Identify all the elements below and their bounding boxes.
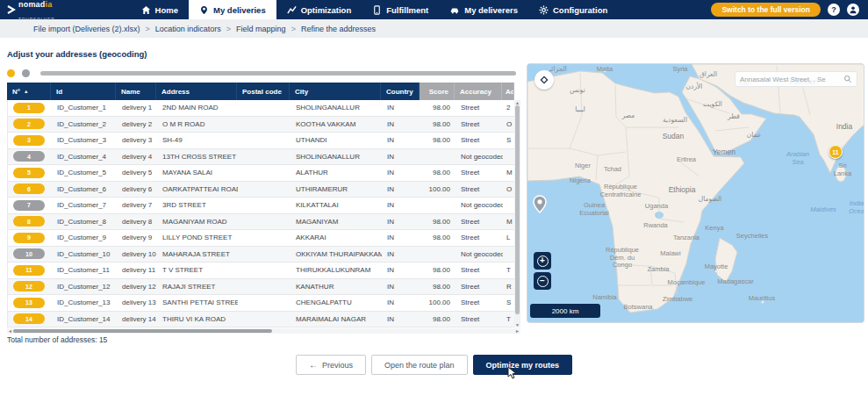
horizontal-scrollbar-thumb[interactable]	[13, 329, 272, 333]
search-icon[interactable]	[843, 75, 852, 83]
scroll-right-icon[interactable]: ►	[515, 328, 520, 334]
cell-country: IN	[382, 100, 420, 116]
gear-icon	[539, 5, 549, 15]
column-header-7[interactable]: Score	[420, 83, 455, 100]
map-canvas[interactable]: الجزائرتونسMaltaSyriaالعراقالأردنIranPak…	[527, 63, 864, 323]
cell-extra: S	[503, 295, 515, 311]
app-window: nomadia TOURSOLVER HomeMy deliveriesOpti…	[0, 0, 868, 403]
arrow-left-icon: ←	[309, 360, 318, 370]
breadcrumb-part[interactable]: File import (Deliveries (2).xlsx)	[33, 25, 140, 33]
cell-id: ID_Customer_5	[52, 165, 117, 181]
row-number-badge: 1	[13, 103, 45, 113]
map-search-box	[735, 71, 857, 87]
table-row[interactable]: 3ID_Customer_3delivery 3SH-49UTHANDIIN98…	[8, 133, 520, 149]
cell-country: IN	[382, 165, 420, 181]
column-header-0[interactable]: N°▲	[7, 83, 51, 100]
column-header-3[interactable]: Address	[156, 83, 237, 100]
not-geocoded-pin-icon[interactable]	[532, 195, 548, 214]
table-row[interactable]: 1ID_Customer_1delivery 12ND MAIN ROADSHO…	[8, 100, 520, 117]
table-row[interactable]: 14ID_Customer_14delivery 14THIRU VI KA R…	[8, 312, 520, 328]
cell-city: KANATHUR	[291, 279, 382, 295]
cell-name: delivery 7	[117, 198, 157, 213]
brand-logo[interactable]: nomadia TOURSOLVER	[0, 0, 62, 19]
optimize-routes-button[interactable]: Optimize my routes	[473, 355, 573, 375]
nav-item-deliverers[interactable]: My deliverers	[439, 0, 528, 19]
table-row[interactable]: 6ID_Customer_6delivery 6OARKATPATTEAI RO…	[8, 182, 520, 198]
cell-country: IN	[382, 247, 420, 263]
table-row[interactable]: 13ID_Customer_13delivery 13SANTHI PETTAI…	[8, 295, 520, 312]
progress-track	[40, 71, 516, 76]
nav-item-configuration[interactable]: Configuration	[528, 0, 618, 19]
cell-name: delivery 14	[117, 312, 157, 327]
progress-dot-geocoded	[7, 69, 15, 77]
column-header-label: Postal code	[242, 88, 282, 96]
top-navigation-bar: nomadia TOURSOLVER HomeMy deliveriesOpti…	[0, 0, 868, 19]
user-profile-icon[interactable]	[847, 4, 859, 16]
nav-item-label: My deliverers	[464, 5, 518, 15]
table-row[interactable]: 7ID_Customer_7delivery 73RD STREETKILKAT…	[8, 198, 520, 214]
cell-extra: S	[503, 133, 515, 148]
column-header-9[interactable]: Ad	[502, 83, 514, 100]
horizontal-scrollbar[interactable]: ◄ ►	[7, 328, 520, 334]
zoom-in-button[interactable]: +	[534, 252, 551, 270]
map-search-input[interactable]	[740, 76, 843, 83]
table-row[interactable]: 9ID_Customer_9delivery 9LILLY POND STREE…	[8, 230, 520, 247]
cell-city: KILKATTALAI	[291, 198, 382, 213]
breadcrumb-part[interactable]: Field mapping	[236, 25, 286, 33]
column-header-5[interactable]: City	[290, 83, 381, 100]
vertical-scrollbar-thumb[interactable]	[515, 105, 520, 314]
table-row[interactable]: 11ID_Customer_11delivery 11T V STREETTHI…	[8, 263, 520, 279]
cell-address: O M R ROAD	[157, 117, 238, 133]
scroll-down-icon[interactable]: ▼	[514, 322, 520, 327]
cell-postal	[238, 312, 291, 327]
table-row[interactable]: 8ID_Customer_8delivery 8MAGANIYAM ROADMA…	[8, 214, 520, 231]
cell-name: delivery 13	[117, 295, 157, 311]
help-icon[interactable]: ?	[828, 4, 840, 16]
zoom-out-button[interactable]: −	[534, 272, 551, 290]
vertical-scrollbar[interactable]: ▲ ▼	[514, 100, 520, 327]
table-row[interactable]: 5ID_Customer_5delivery 5MAYANA SALAIALAT…	[8, 165, 520, 182]
previous-button[interactable]: ←Previous	[296, 355, 366, 375]
nav-item-deliveries[interactable]: My deliveries	[189, 0, 276, 19]
column-header-4[interactable]: Postal code	[237, 83, 290, 100]
cell-score: 100.00	[420, 182, 456, 198]
table-row[interactable]: 2ID_Customer_2delivery 2O M R ROADKOOTHA…	[8, 117, 520, 133]
scroll-left-icon[interactable]: ◄	[8, 328, 12, 334]
breadcrumb-part[interactable]: Location indicators	[155, 25, 221, 33]
cell-accuracy: Street	[456, 100, 503, 116]
column-header-2[interactable]: Name	[116, 83, 156, 100]
cell-extra	[503, 149, 515, 165]
column-header-8[interactable]: Accuracy	[455, 83, 502, 100]
cell-city: SHOLINGANALLUR	[291, 149, 382, 165]
nav-item-optimization[interactable]: Optimization	[276, 0, 362, 19]
table-header-row: N°▲IdNameAddressPostal codeCityCountrySc…	[7, 83, 520, 100]
cell-address: SH-49	[157, 133, 238, 148]
cell-city: SHOLINGANALLUR	[291, 100, 382, 116]
cell-accuracy: Street	[456, 279, 503, 295]
phone-icon	[372, 5, 382, 15]
column-header-6[interactable]: Country	[381, 83, 420, 100]
table-row[interactable]: 4ID_Customer_4delivery 413TH CROSS STREE…	[8, 149, 520, 166]
home-icon	[141, 5, 151, 15]
map-style-button[interactable]	[534, 70, 554, 90]
table-row[interactable]: 12ID_Customer_12delivery 12RAJAJI STREET…	[8, 279, 520, 296]
cell-country: IN	[382, 149, 420, 165]
geocoded-cluster-marker[interactable]: 11	[829, 145, 843, 159]
cell-accuracy: Street	[456, 230, 503, 246]
cell-accuracy: Not geocoded	[456, 149, 503, 165]
nav-item-home[interactable]: Home	[131, 0, 189, 19]
breadcrumb-part[interactable]: Refine the addresses	[301, 25, 376, 33]
cell-id: ID_Customer_11	[52, 263, 117, 278]
cell-city: MAGANIYAM	[291, 214, 382, 230]
cell-city: OKKIYAM THURAIPAKKAM	[291, 247, 382, 263]
nav-item-fulfillment[interactable]: Fulfillment	[362, 0, 439, 19]
cell-number: 11	[8, 263, 52, 278]
column-header-1[interactable]: Id	[51, 83, 116, 100]
open-route-plan-button[interactable]: Open the route plan	[371, 355, 468, 375]
cell-postal	[238, 149, 291, 165]
cell-extra	[503, 247, 515, 263]
cell-number: 6	[8, 182, 52, 198]
switch-full-version-button[interactable]: Switch to the full version	[711, 3, 821, 17]
cell-id: ID_Customer_1	[52, 100, 117, 116]
table-row[interactable]: 10ID_Customer_10delivery 10MAHARAJA STRE…	[8, 247, 520, 263]
